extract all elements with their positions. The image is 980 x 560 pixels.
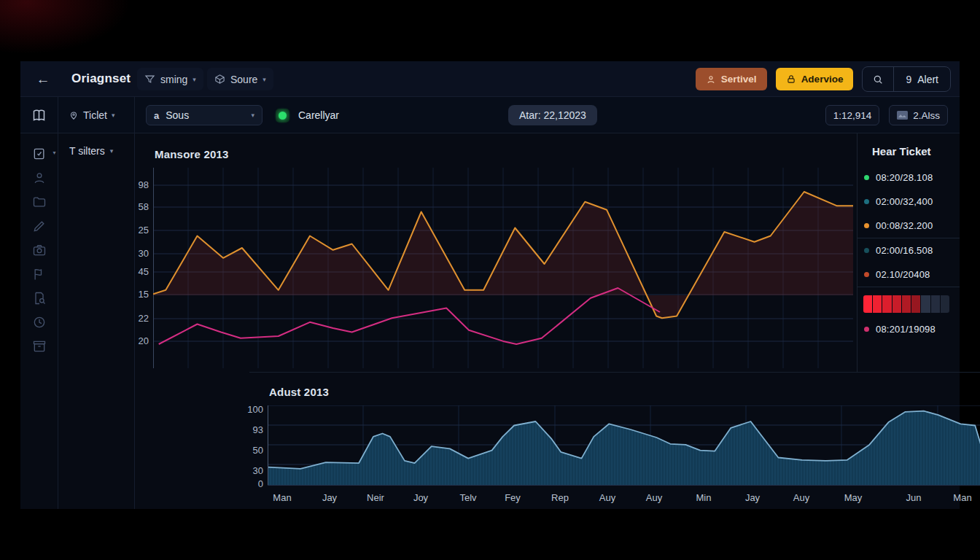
axis-tick-label: May xyxy=(844,492,863,503)
legend-panel-title: Hear Ticket xyxy=(858,133,960,166)
axis-tick-label: 0 xyxy=(258,478,263,490)
divider xyxy=(858,287,960,287)
image-icon xyxy=(897,111,908,120)
count-chip: 1:12,914 xyxy=(825,105,880,125)
axis-tick-label: Jun xyxy=(906,492,922,503)
chevron-down-icon: ▾ xyxy=(52,149,55,156)
sidebar-item-history-icon[interactable] xyxy=(32,315,47,330)
legend-dot-icon xyxy=(864,175,869,180)
header-actions: Sertivel Adervioe 9 Alert xyxy=(696,66,951,92)
axis-tick-label: Neir xyxy=(367,492,384,503)
axis-tick-label: 15 xyxy=(139,289,149,300)
legend-label: 00:08/32.200 xyxy=(876,220,933,231)
ticlet-dropdown[interactable]: Ticlet ▾ xyxy=(58,97,135,133)
axis-tick-label: 93 xyxy=(253,424,263,436)
axis-tick-label: Rep xyxy=(551,492,569,503)
legend-item[interactable]: 02.10/20408 xyxy=(858,262,960,287)
legend-dot-icon xyxy=(864,223,869,228)
sidebar-item-edit-icon[interactable] xyxy=(32,219,47,233)
axis-tick-label: Min xyxy=(696,492,712,503)
axis-tick-label: Man xyxy=(953,492,971,503)
axis-tick-label: Jay xyxy=(745,492,760,503)
sertival-button-label: Sertivel xyxy=(721,74,757,85)
main-chart-plot xyxy=(153,168,853,368)
legend-item[interactable]: 02:00/16.508 xyxy=(858,238,960,262)
back-button[interactable]: ← xyxy=(34,70,52,89)
adervioe-button-label: Adervioe xyxy=(801,74,844,85)
sous-select[interactable]: a Sous ▾ xyxy=(146,105,262,125)
chevron-down-icon: ▾ xyxy=(112,112,115,119)
sidebar-item-camera-icon[interactable] xyxy=(32,243,47,257)
search-button[interactable] xyxy=(863,74,893,85)
screen: ← Oriagnset sming ▾ Soure ▾ Sertivel Ade xyxy=(0,0,980,560)
search-icon xyxy=(872,74,884,85)
count-chip-label: 1:12,914 xyxy=(833,110,872,121)
alert-label: Alert xyxy=(917,74,938,85)
axis-tick-label: Man xyxy=(273,492,291,503)
sidebar-item-archive-icon[interactable] xyxy=(32,339,47,354)
bottom-chart-plot xyxy=(268,405,980,486)
sidebar-item-notes-icon[interactable]: ▾ xyxy=(32,147,47,161)
axis-tick-label: Jay xyxy=(322,492,337,503)
legend-dot-icon xyxy=(864,248,869,253)
folder-icon xyxy=(32,195,47,209)
sidebar-item-folder-icon[interactable] xyxy=(32,195,47,209)
search-alert-group: 9 Alert xyxy=(862,66,951,92)
filters-header[interactable]: T silters ▾ xyxy=(58,133,134,157)
main-chart-title: Mansore 2013 xyxy=(155,148,229,160)
sidebar-item-user-icon[interactable] xyxy=(32,171,47,185)
sidebar-item-flag-icon[interactable] xyxy=(32,267,47,281)
legend-item[interactable]: 00:08/32.200 xyxy=(858,214,960,238)
axis-tick-label: Auy xyxy=(793,492,809,503)
toolbar: Ticlet ▾ a Sous ▾ Carellyar Atar: 22,120… xyxy=(20,97,960,133)
user-badge-icon xyxy=(706,74,716,85)
search-file-icon xyxy=(32,291,47,306)
box-icon xyxy=(214,74,225,85)
status-indicator: Carellyar xyxy=(276,105,339,125)
soure-dropdown-label: Soure xyxy=(230,74,257,85)
lock-icon xyxy=(786,74,796,85)
heat-strip xyxy=(863,295,949,313)
select-prefix-icon: a xyxy=(154,110,159,121)
axis-tick-label: Telv xyxy=(459,492,476,503)
sidebar-item-search-file-icon[interactable] xyxy=(32,291,47,306)
axis-tick-label: Joy xyxy=(413,492,428,503)
sertival-button[interactable]: Sertivel xyxy=(696,68,767,90)
alerts-chip-label: 2.Alss xyxy=(913,110,940,121)
axis-tick-label: 20 xyxy=(139,335,149,347)
notes-icon xyxy=(32,147,47,161)
alerts-chip[interactable]: 2.Alss xyxy=(889,105,948,125)
page-title: Oriagnset xyxy=(71,71,131,86)
main-area: Mansore 2013 9858253045152220 Hear Ticke… xyxy=(135,133,960,509)
filters-title: T silters xyxy=(69,145,105,157)
axis-tick-label: 30 xyxy=(253,465,263,477)
alert-button[interactable]: 9 Alert xyxy=(894,74,950,85)
chevron-down-icon: ▾ xyxy=(251,112,254,119)
map-pin-icon xyxy=(69,110,79,120)
filter-icon xyxy=(144,74,155,85)
icon-sidebar: ▾ xyxy=(20,133,58,509)
legend-item[interactable]: 08:20/28.108 xyxy=(858,166,960,190)
date-badge[interactable]: Atar: 22,12023 xyxy=(508,105,597,125)
axis-tick-label: Auy xyxy=(599,492,615,503)
bottom-chart-title: Adust 2013 xyxy=(269,386,329,398)
legend-item[interactable]: 02:00/32,400 xyxy=(858,190,960,214)
flag-icon xyxy=(32,267,47,281)
edit-icon xyxy=(32,219,47,233)
chevron-down-icon: ▾ xyxy=(110,147,114,155)
chevron-down-icon: ▾ xyxy=(192,76,196,83)
ticlet-dropdown-label: Ticlet xyxy=(83,109,107,121)
axis-tick-label: 50 xyxy=(253,445,263,456)
panel-toggle[interactable] xyxy=(20,97,58,133)
chevron-down-icon: ▾ xyxy=(262,76,266,83)
legend-dot-icon xyxy=(864,199,869,204)
status-toggle[interactable] xyxy=(276,109,289,122)
axis-tick-label: 45 xyxy=(139,266,149,278)
sming-dropdown[interactable]: sming ▾ xyxy=(137,68,203,90)
adervioe-button[interactable]: Adervioe xyxy=(776,68,854,90)
soure-dropdown[interactable]: Soure ▾ xyxy=(207,68,273,90)
axis-tick-label: Auy xyxy=(646,492,662,503)
legend-item[interactable]: 08:201/19098 xyxy=(858,317,960,341)
content: ▾ T silters ▾ Mansore 2013 9858253045152… xyxy=(20,133,960,509)
legend-body: 08:20/28.10802:00/32,40000:08/32.20002:0… xyxy=(858,166,960,341)
